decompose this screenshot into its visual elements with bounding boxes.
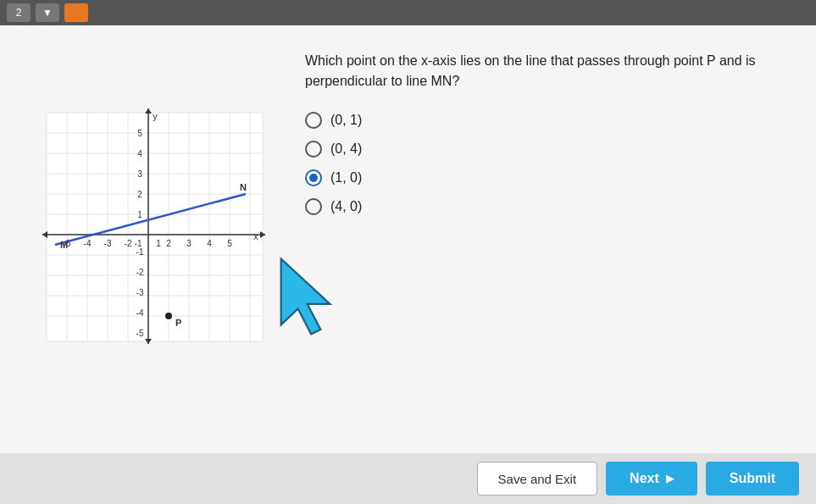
svg-text:x: x <box>253 231 258 241</box>
next-label: Next <box>630 471 659 486</box>
option-3-label: (1, 0) <box>330 170 362 186</box>
main-content: -5 -4 -3 -2 -1 1 2 3 4 5 x 5 4 3 2 1 -1 … <box>0 25 816 453</box>
svg-marker-24 <box>42 231 47 238</box>
option-2-label: (0, 4) <box>330 141 362 157</box>
graph-container: -5 -4 -3 -2 -1 1 2 3 4 5 x 5 4 3 2 1 -1 … <box>30 104 275 375</box>
svg-text:1: 1 <box>156 239 161 248</box>
radio-4[interactable] <box>305 198 322 215</box>
option-3[interactable]: (1, 0) <box>305 169 799 186</box>
radio-3[interactable] <box>305 169 322 186</box>
svg-text:2: 2 <box>137 190 142 199</box>
svg-text:-4: -4 <box>84 239 92 248</box>
option-4-label: (4, 0) <box>330 199 362 214</box>
top-bar-btn-2[interactable]: 2 <box>7 3 31 22</box>
top-bar-btn-orange[interactable] <box>64 3 88 22</box>
radio-2[interactable] <box>305 141 322 158</box>
svg-text:-1: -1 <box>136 247 144 257</box>
save-exit-button[interactable]: Save and Exit <box>477 462 598 496</box>
submit-button[interactable]: Submit <box>706 462 799 496</box>
svg-marker-25 <box>145 108 152 114</box>
question-text: Which point on the x-axis lies on the li… <box>305 51 799 91</box>
svg-text:4: 4 <box>137 149 142 158</box>
svg-text:-4: -4 <box>136 308 144 318</box>
svg-text:-5: -5 <box>136 329 144 338</box>
question-area: Which point on the x-axis lies on the li… <box>305 42 799 436</box>
top-bar: 2 ▼ <box>0 0 816 25</box>
option-1-label: (0, 1) <box>330 113 362 128</box>
svg-text:y: y <box>153 111 158 121</box>
option-4[interactable]: (4, 0) <box>305 198 799 215</box>
svg-text:3: 3 <box>137 169 142 179</box>
svg-point-52 <box>165 313 172 319</box>
svg-text:P: P <box>175 318 181 328</box>
svg-text:-3: -3 <box>104 239 112 248</box>
svg-text:2: 2 <box>166 239 171 248</box>
next-button[interactable]: Next <box>606 462 697 496</box>
svg-text:-2: -2 <box>136 268 144 277</box>
svg-text:-2: -2 <box>125 239 132 248</box>
options-list: (0, 1) (0, 4) (1, 0) (4, 0) <box>305 112 799 215</box>
bottom-bar: Save and Exit Next Submit <box>0 453 816 504</box>
svg-text:3: 3 <box>186 239 192 248</box>
svg-text:M: M <box>60 240 68 250</box>
svg-text:1: 1 <box>137 210 142 219</box>
svg-text:5: 5 <box>227 239 232 248</box>
svg-text:-3: -3 <box>136 288 144 297</box>
top-bar-btn-chevron[interactable]: ▼ <box>36 3 59 22</box>
option-2[interactable]: (0, 4) <box>305 141 799 158</box>
option-1[interactable]: (0, 1) <box>305 112 799 129</box>
svg-text:4: 4 <box>207 239 212 248</box>
graph-area: -5 -4 -3 -2 -1 1 2 3 4 5 x 5 4 3 2 1 -1 … <box>17 42 288 436</box>
svg-rect-0 <box>47 113 263 341</box>
radio-1[interactable] <box>305 112 322 129</box>
svg-text:N: N <box>240 182 247 192</box>
graph-svg: -5 -4 -3 -2 -1 1 2 3 4 5 x 5 4 3 2 1 -1 … <box>30 104 275 375</box>
svg-text:5: 5 <box>137 129 142 138</box>
